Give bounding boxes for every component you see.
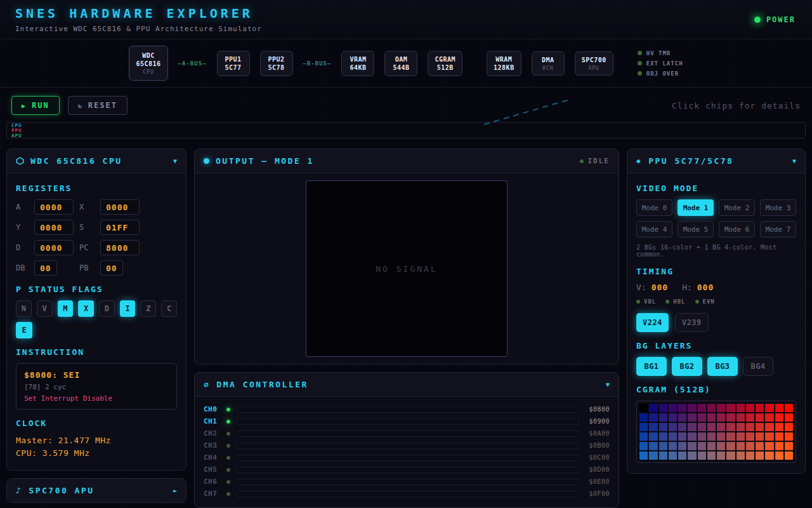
chevron-down-icon[interactable]: ▼ xyxy=(173,157,177,164)
indicator-label: OBJ OVER xyxy=(646,70,679,77)
register-input-pc[interactable] xyxy=(100,240,140,255)
mode-button-mode-0[interactable]: Mode 0 xyxy=(636,199,672,216)
status-dot-icon xyxy=(580,159,584,163)
cpu-panel-title-row: WDC 65C816 CPU xyxy=(16,156,122,166)
chip-spc700[interactable]: SPC700APU xyxy=(575,51,613,76)
register-label-d: D xyxy=(16,243,30,252)
chip-ppu1[interactable]: PPU15C77 xyxy=(217,51,250,76)
mode-button-mode-5[interactable]: Mode 5 xyxy=(678,221,714,237)
cgram-color-cell xyxy=(746,413,754,422)
cgram-color-cell xyxy=(659,451,667,460)
bg-layer-button-bg1[interactable]: BG1 xyxy=(636,357,667,376)
timing-indicator-label: HBL xyxy=(673,298,685,305)
cgram-color-cell xyxy=(659,423,667,431)
chip-cgram[interactable]: CGRAM512B xyxy=(428,51,462,76)
flag-z[interactable]: Z xyxy=(140,300,156,317)
flag-v[interactable]: V xyxy=(37,300,53,317)
register-input-db[interactable] xyxy=(34,260,57,276)
ppu-panel-header[interactable]: ◆ PPU 5C77/5C78 ▼ xyxy=(627,149,805,173)
scanline-button-v224[interactable]: V224 xyxy=(636,313,669,332)
scanline-button-v239[interactable]: V239 xyxy=(675,313,709,332)
register-input-y[interactable] xyxy=(34,220,74,235)
apu-panel-title-row: ♪ SPC700 APU xyxy=(16,486,95,495)
reset-button[interactable]: ↻ RESET xyxy=(68,96,128,115)
chip-ppu2[interactable]: PPU25C78 xyxy=(260,51,293,76)
mode-button-mode-1[interactable]: Mode 1 xyxy=(678,199,714,216)
clock-line: Master: 21.477 MHz xyxy=(16,434,177,447)
cgram-color-cell xyxy=(678,404,686,412)
instruction-bytes: [78] 2 cyc xyxy=(24,383,169,391)
dma-panel-header[interactable]: ∅ DMA CONTROLLER ▼ xyxy=(195,373,619,397)
cgram-color-cell xyxy=(726,432,735,441)
run-button[interactable]: ▶ RUN xyxy=(11,96,60,115)
bg-layer-button-bg2[interactable]: BG2 xyxy=(672,357,702,376)
register-input-a[interactable] xyxy=(34,199,74,215)
channel-name: CH0 xyxy=(204,405,221,413)
cgram-color-cell xyxy=(659,432,667,441)
chevron-down-icon[interactable]: ▼ xyxy=(606,381,610,388)
register-input-x[interactable] xyxy=(100,199,140,215)
cgram-color-cell xyxy=(737,442,745,450)
channel-name: CH4 xyxy=(204,453,221,462)
mode-button-mode-2[interactable]: Mode 2 xyxy=(719,199,755,216)
power-indicator: POWER xyxy=(754,15,796,24)
flag-c[interactable]: C xyxy=(161,300,177,317)
channel-status-dot-icon xyxy=(226,432,230,436)
cgram-color-cell xyxy=(785,404,793,412)
flag-e[interactable]: E xyxy=(16,322,32,338)
cgram-color-cell xyxy=(678,423,686,431)
output-panel-title-row: OUTPUT — MODE 1 xyxy=(204,156,314,166)
cpu-panel-header[interactable]: WDC 65C816 CPU ▼ xyxy=(7,149,186,173)
register-input-s[interactable] xyxy=(100,220,140,235)
cgram-color-cell xyxy=(775,451,783,460)
apu-panel-title: SPC700 APU xyxy=(29,486,94,495)
chevron-right-icon[interactable]: ► xyxy=(173,487,177,494)
ppu-panel: ◆ PPU 5C77/5C78 ▼ VIDEO MODE Mode 0Mode … xyxy=(627,149,806,474)
output-panel: OUTPUT — MODE 1 IDLE NO SIGNAL xyxy=(194,149,619,364)
mode-button-mode-3[interactable]: Mode 3 xyxy=(760,199,796,216)
cgram-color-cell xyxy=(775,442,783,450)
mode-button-mode-7[interactable]: Mode 7 xyxy=(760,221,796,237)
cgram-color-cell xyxy=(765,442,773,450)
cgram-color-cell xyxy=(678,413,686,422)
channel-name: CH2 xyxy=(204,429,221,438)
bg-layer-button-bg4[interactable]: BG4 xyxy=(743,357,773,376)
flag-d[interactable]: D xyxy=(99,300,115,317)
timing-indicator-evn: EVN xyxy=(695,298,715,305)
chip-name: OAM xyxy=(391,55,410,64)
cgram-color-cell xyxy=(649,404,657,412)
chip-wram[interactable]: WRAM128KB xyxy=(487,51,521,76)
ppu-panel-title-row: ◆ PPU 5C77/5C78 xyxy=(636,156,733,166)
chip-name: SPC700 xyxy=(582,56,606,64)
apu-panel-header[interactable]: ♪ SPC700 APU ► xyxy=(7,479,186,502)
flag-e-row: E xyxy=(16,322,177,338)
flag-m[interactable]: M xyxy=(58,300,74,317)
channel-address: $0E00 xyxy=(579,478,610,485)
dma-panel-title-row: ∅ DMA CONTROLLER xyxy=(204,380,308,389)
cgram-color-cell xyxy=(659,404,667,412)
channel-status-dot-icon xyxy=(226,408,230,411)
chip-oam[interactable]: OAM544B xyxy=(384,51,417,76)
bg-layer-button-bg3[interactable]: BG3 xyxy=(707,357,738,376)
chip-vram[interactable]: VRAM64KB xyxy=(341,51,374,76)
register-input-pb[interactable] xyxy=(100,260,123,276)
flag-x[interactable]: X xyxy=(78,300,94,317)
cgram-color-cell xyxy=(737,432,745,441)
main-content: WDC 65C816 CPU ▼ REGISTERS AXYSDPCDBPB P… xyxy=(0,138,812,508)
ppu-panel-title: PPU 5C77/5C78 xyxy=(648,156,733,166)
flag-n[interactable]: N xyxy=(16,300,32,317)
cgram-color-cell xyxy=(756,423,764,431)
dma-icon: ∅ xyxy=(204,380,210,389)
channel-address: $0800 xyxy=(579,406,610,413)
register-label-y: Y xyxy=(16,223,30,232)
mode-button-mode-4[interactable]: Mode 4 xyxy=(636,221,672,237)
chip-dma[interactable]: DMA8CH xyxy=(532,51,565,76)
register-input-d[interactable] xyxy=(34,240,74,255)
cgram-color-cell xyxy=(717,442,725,450)
cpu-column: WDC 65C816 CPU ▼ REGISTERS AXYSDPCDBPB P… xyxy=(6,149,187,503)
chip-wdc[interactable]: WDC65C816CPU xyxy=(129,46,167,81)
chevron-down-icon[interactable]: ▼ xyxy=(792,157,796,164)
cgram-color-cell xyxy=(746,404,754,412)
flag-i[interactable]: I xyxy=(120,300,136,317)
mode-button-mode-6[interactable]: Mode 6 xyxy=(719,221,755,237)
